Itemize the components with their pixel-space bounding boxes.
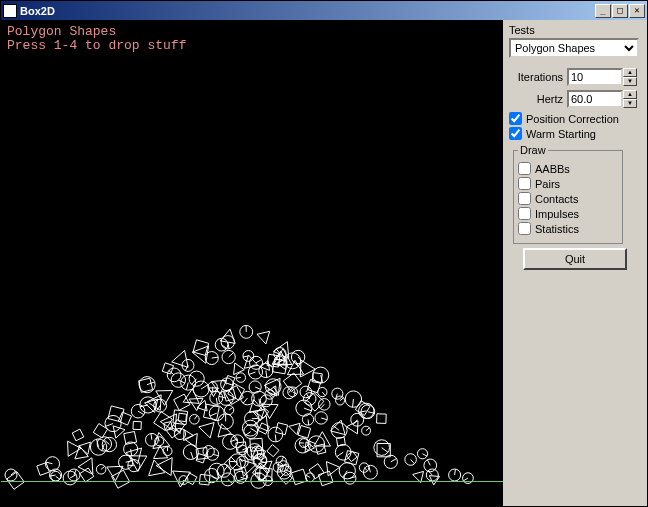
- svg-line-37: [186, 383, 188, 390]
- svg-line-275: [391, 459, 397, 462]
- svg-line-119: [304, 408, 312, 411]
- svg-line-2: [243, 398, 247, 403]
- svg-line-72: [101, 466, 105, 469]
- svg-marker-269: [185, 434, 198, 448]
- svg-marker-33: [178, 413, 186, 421]
- svg-marker-14: [218, 424, 231, 437]
- svg-marker-24: [172, 351, 188, 368]
- svg-line-248: [255, 387, 261, 389]
- hertz-up[interactable]: ▲: [623, 90, 637, 99]
- draw-legend: Draw: [518, 144, 548, 156]
- svg-marker-23: [133, 421, 141, 429]
- svg-marker-255: [225, 386, 244, 405]
- svg-marker-329: [347, 421, 359, 434]
- svg-marker-245: [283, 373, 301, 392]
- contacts-label: Contacts: [535, 193, 578, 205]
- position-correction-checkbox[interactable]: [509, 112, 522, 125]
- close-button[interactable]: ✕: [629, 4, 645, 18]
- svg-marker-150: [309, 464, 324, 479]
- svg-point-229: [206, 448, 218, 460]
- svg-line-298: [423, 454, 427, 456]
- titlebar-buttons: _ □ ✕: [595, 4, 645, 18]
- hertz-label: Hertz: [509, 93, 563, 105]
- svg-marker-123: [107, 466, 123, 480]
- aabbs-checkbox[interactable]: [518, 162, 531, 175]
- svg-marker-280: [199, 423, 214, 438]
- svg-marker-5: [118, 412, 131, 425]
- hertz-down[interactable]: ▼: [623, 99, 637, 108]
- warm-starting-label: Warm Starting: [526, 128, 596, 140]
- iterations-input[interactable]: [567, 68, 623, 86]
- svg-line-61: [256, 360, 262, 363]
- svg-line-338: [191, 452, 193, 459]
- window-title: Box2D: [20, 5, 595, 17]
- tests-dropdown[interactable]: Polygon Shapes: [509, 38, 639, 58]
- svg-line-206: [249, 372, 256, 374]
- svg-line-115: [212, 357, 218, 358]
- svg-line-39: [321, 418, 327, 420]
- quit-button[interactable]: Quit: [523, 248, 627, 270]
- position-correction-label: Position Correction: [526, 113, 619, 125]
- contacts-checkbox[interactable]: [518, 192, 531, 205]
- svg-marker-332: [113, 426, 125, 438]
- svg-line-162: [236, 378, 241, 379]
- svg-line-152: [306, 475, 310, 477]
- app-icon: [3, 4, 17, 18]
- svg-line-78: [411, 459, 415, 463]
- hertz-input[interactable]: [567, 90, 623, 108]
- svg-point-297: [417, 449, 427, 459]
- svg-line-146: [228, 342, 229, 349]
- svg-line-126: [308, 419, 309, 425]
- svg-line-215: [229, 407, 233, 410]
- svg-line-185: [201, 385, 208, 389]
- svg-line-132: [427, 460, 430, 466]
- tests-label: Tests: [509, 24, 641, 36]
- iterations-down[interactable]: ▼: [623, 77, 637, 86]
- svg-marker-142: [254, 416, 269, 432]
- aabbs-label: AABBs: [535, 163, 570, 175]
- app-window: Box2D _ □ ✕ Polygon Shapes Press 1-4 to …: [0, 0, 648, 507]
- simulation-canvas[interactable]: Polygon Shapes Press 1-4 to drop stuff: [1, 20, 503, 506]
- svg-line-7: [194, 415, 197, 419]
- svg-marker-288: [377, 414, 387, 424]
- svg-line-68: [106, 424, 114, 427]
- pairs-label: Pairs: [535, 178, 560, 190]
- iterations-row: Iterations ▲ ▼: [509, 68, 641, 86]
- svg-line-250: [210, 413, 217, 416]
- svg-line-264: [382, 448, 388, 453]
- svg-point-274: [384, 455, 397, 468]
- svg-point-6: [190, 414, 200, 424]
- svg-line-149: [216, 398, 217, 404]
- svg-marker-281: [267, 445, 279, 457]
- content: Polygon Shapes Press 1-4 to drop stuff T…: [1, 20, 647, 506]
- svg-line-35: [343, 471, 348, 478]
- hertz-row: Hertz ▲ ▼: [509, 90, 641, 108]
- warm-starting-checkbox[interactable]: [509, 127, 522, 140]
- impulses-label: Impulses: [535, 208, 579, 220]
- svg-line-50: [322, 392, 325, 396]
- minimize-button[interactable]: _: [595, 4, 611, 18]
- statistics-checkbox[interactable]: [518, 222, 531, 235]
- pairs-checkbox[interactable]: [518, 177, 531, 190]
- svg-line-4: [56, 476, 60, 479]
- svg-marker-278: [80, 468, 94, 482]
- svg-marker-127: [193, 340, 209, 356]
- svg-marker-322: [326, 462, 339, 476]
- svg-line-244: [366, 428, 369, 431]
- svg-marker-160: [72, 429, 84, 441]
- svg-line-180: [178, 380, 185, 383]
- svg-line-254: [229, 461, 237, 462]
- svg-line-242: [151, 434, 152, 440]
- svg-line-22: [266, 370, 267, 377]
- iterations-label: Iterations: [509, 71, 563, 83]
- svg-marker-73: [291, 469, 307, 485]
- svg-line-113: [337, 452, 343, 456]
- maximize-button[interactable]: □: [612, 4, 628, 18]
- svg-line-268: [229, 353, 234, 357]
- control-panel: Tests Polygon Shapes Iterations ▲ ▼ Hert…: [503, 20, 647, 506]
- svg-point-205: [248, 365, 262, 379]
- ground-line: [1, 481, 503, 482]
- iterations-up[interactable]: ▲: [623, 68, 637, 77]
- svg-line-295: [275, 435, 276, 442]
- impulses-checkbox[interactable]: [518, 207, 531, 220]
